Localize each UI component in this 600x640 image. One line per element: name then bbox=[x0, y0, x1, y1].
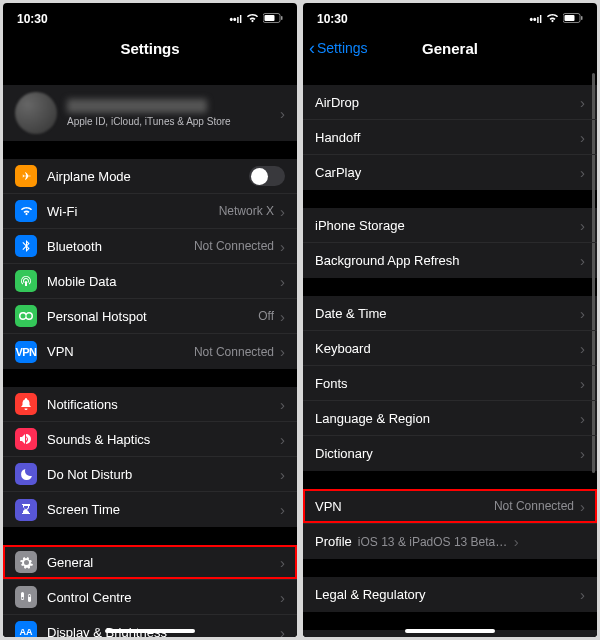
screentime-row[interactable]: Screen Time › bbox=[3, 492, 297, 527]
row-detail: Not Connected bbox=[494, 499, 574, 513]
battery-icon bbox=[563, 13, 583, 25]
row-detail: Network X bbox=[219, 204, 274, 218]
row-label: Wi-Fi bbox=[47, 204, 77, 219]
cellular-icon: ••ıl bbox=[529, 14, 542, 25]
row-label: AirDrop bbox=[315, 95, 359, 110]
nav-bar: ‹ Settings General bbox=[303, 29, 597, 67]
svg-rect-11 bbox=[581, 16, 583, 20]
chevron-right-icon: › bbox=[280, 203, 285, 220]
vpn-row[interactable]: VPN Not Connected › bbox=[303, 489, 597, 524]
profile-row[interactable]: Profile iOS 13 & iPadOS 13 Beta Software… bbox=[303, 524, 597, 559]
airplane-icon: ✈ bbox=[15, 165, 37, 187]
status-icons: ••ıl bbox=[529, 13, 583, 25]
mobile-data-row[interactable]: Mobile Data › bbox=[3, 264, 297, 299]
row-label: Screen Time bbox=[47, 502, 120, 517]
chevron-right-icon: › bbox=[280, 501, 285, 518]
svg-point-4 bbox=[22, 597, 24, 599]
gear-icon bbox=[15, 551, 37, 573]
language-row[interactable]: Language & Region › bbox=[303, 401, 597, 436]
row-label: Legal & Regulatory bbox=[315, 587, 426, 602]
sounds-row[interactable]: Sounds & Haptics › bbox=[3, 422, 297, 457]
wifi-row[interactable]: Wi-Fi Network X › bbox=[3, 194, 297, 229]
row-label: Dictionary bbox=[315, 446, 373, 461]
row-label: Do Not Disturb bbox=[47, 467, 132, 482]
airplane-mode-row[interactable]: ✈ Airplane Mode bbox=[3, 159, 297, 194]
row-label: General bbox=[47, 555, 93, 570]
chevron-right-icon: › bbox=[580, 498, 585, 515]
moon-icon bbox=[15, 463, 37, 485]
status-bar: 10:30 ••ıl bbox=[303, 3, 597, 29]
hotspot-row[interactable]: Personal Hotspot Off › bbox=[3, 299, 297, 334]
airplane-toggle[interactable] bbox=[249, 166, 285, 186]
keyboard-row[interactable]: Keyboard › bbox=[303, 331, 597, 366]
carplay-row[interactable]: CarPlay › bbox=[303, 155, 597, 190]
chevron-right-icon: › bbox=[280, 273, 285, 290]
datetime-row[interactable]: Date & Time › bbox=[303, 296, 597, 331]
bluetooth-icon bbox=[15, 235, 37, 257]
dictionary-row[interactable]: Dictionary › bbox=[303, 436, 597, 471]
battery-icon bbox=[263, 13, 283, 25]
control-centre-row[interactable]: Control Centre › bbox=[3, 580, 297, 615]
profile-subtitle: Apple ID, iCloud, iTunes & App Store bbox=[67, 116, 231, 127]
row-detail: iOS 13 & iPadOS 13 Beta Software Pr... bbox=[358, 535, 508, 549]
dnd-row[interactable]: Do Not Disturb › bbox=[3, 457, 297, 492]
status-time: 10:30 bbox=[317, 12, 348, 26]
row-label: Date & Time bbox=[315, 306, 387, 321]
background-refresh-row[interactable]: Background App Refresh › bbox=[303, 243, 597, 278]
chevron-right-icon: › bbox=[580, 164, 585, 181]
home-indicator[interactable] bbox=[405, 629, 495, 633]
chevron-right-icon: › bbox=[514, 533, 519, 550]
general-screen: 10:30 ••ıl ‹ Settings General AirDrop › … bbox=[303, 3, 597, 637]
wifi-icon bbox=[15, 200, 37, 222]
row-detail: Not Connected bbox=[194, 345, 274, 359]
fonts-row[interactable]: Fonts › bbox=[303, 366, 597, 401]
chevron-right-icon: › bbox=[580, 129, 585, 146]
settings-list[interactable]: Apple ID, iCloud, iTunes & App Store › ✈… bbox=[3, 67, 297, 637]
general-list[interactable]: AirDrop › Handoff › CarPlay › iPhone Sto… bbox=[303, 67, 597, 637]
legal-row[interactable]: Legal & Regulatory › bbox=[303, 577, 597, 612]
chevron-right-icon: › bbox=[280, 466, 285, 483]
row-label: Fonts bbox=[315, 376, 348, 391]
page-title: Settings bbox=[120, 40, 179, 57]
cellular-icon: ••ıl bbox=[229, 14, 242, 25]
chevron-right-icon: › bbox=[580, 410, 585, 427]
apple-id-row[interactable]: Apple ID, iCloud, iTunes & App Store › bbox=[3, 85, 297, 141]
chevron-right-icon: › bbox=[280, 624, 285, 638]
settings-screen: 10:30 ••ıl Settings Apple ID, iCloud, iT… bbox=[3, 3, 297, 637]
row-label: Personal Hotspot bbox=[47, 309, 147, 324]
home-indicator[interactable] bbox=[105, 629, 195, 633]
display-icon: AA bbox=[15, 621, 37, 637]
vpn-icon: VPN bbox=[15, 341, 37, 363]
chevron-right-icon: › bbox=[580, 305, 585, 322]
row-label: CarPlay bbox=[315, 165, 361, 180]
chevron-right-icon: › bbox=[280, 343, 285, 360]
avatar bbox=[15, 92, 57, 134]
bluetooth-row[interactable]: Bluetooth Not Connected › bbox=[3, 229, 297, 264]
storage-row[interactable]: iPhone Storage › bbox=[303, 208, 597, 243]
sliders-icon bbox=[15, 586, 37, 608]
notifications-row[interactable]: Notifications › bbox=[3, 387, 297, 422]
chevron-right-icon: › bbox=[580, 94, 585, 111]
chevron-right-icon: › bbox=[580, 217, 585, 234]
hotspot-icon bbox=[15, 305, 37, 327]
wifi-icon bbox=[246, 13, 259, 25]
chevron-right-icon: › bbox=[580, 340, 585, 357]
handoff-row[interactable]: Handoff › bbox=[303, 120, 597, 155]
status-bar: 10:30 ••ıl bbox=[3, 3, 297, 29]
svg-rect-2 bbox=[281, 16, 283, 20]
back-button[interactable]: ‹ Settings bbox=[309, 38, 368, 59]
chevron-right-icon: › bbox=[280, 105, 285, 122]
chevron-right-icon: › bbox=[580, 375, 585, 392]
airdrop-row[interactable]: AirDrop › bbox=[303, 85, 597, 120]
row-label: Background App Refresh bbox=[315, 253, 460, 268]
row-label: Notifications bbox=[47, 397, 118, 412]
notifications-icon bbox=[15, 393, 37, 415]
hourglass-icon bbox=[15, 499, 37, 521]
display-row[interactable]: AA Display & Brightness › bbox=[3, 615, 297, 637]
chevron-right-icon: › bbox=[280, 589, 285, 606]
chevron-right-icon: › bbox=[280, 431, 285, 448]
chevron-right-icon: › bbox=[280, 238, 285, 255]
vpn-row[interactable]: VPN VPN Not Connected › bbox=[3, 334, 297, 369]
back-label: Settings bbox=[317, 40, 368, 56]
general-row[interactable]: General › bbox=[3, 545, 297, 580]
